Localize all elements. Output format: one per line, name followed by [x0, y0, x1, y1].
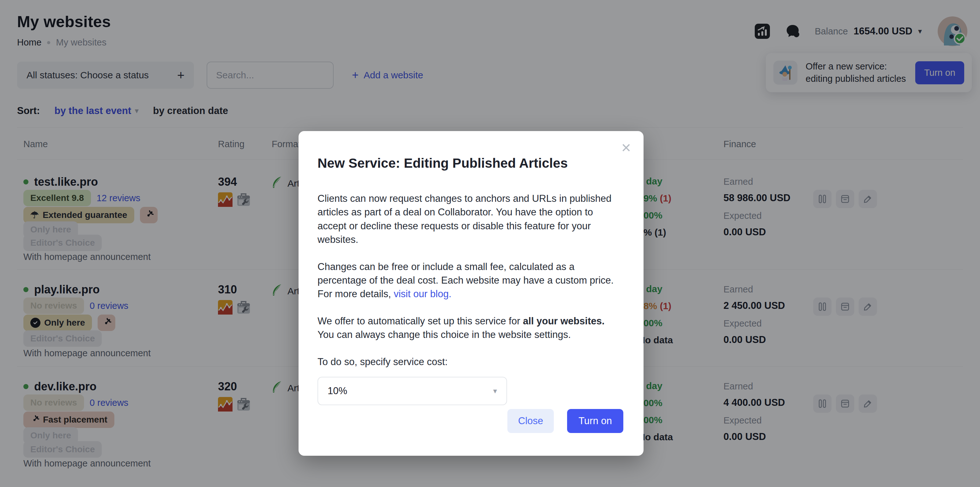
service-cost-select[interactable]: 10% ▾	[318, 377, 507, 405]
modal-paragraph-1: Clients can now request changes to ancho…	[318, 192, 620, 247]
chevron-down-icon: ▾	[493, 385, 497, 397]
new-service-modal: × New Service: Editing Published Article…	[299, 131, 644, 456]
modal-body: Clients can now request changes to ancho…	[318, 192, 620, 405]
select-value: 10%	[328, 384, 347, 398]
cost-label: To do so, specify service cost:	[318, 355, 620, 368]
modal-paragraph-3: We offer to automatically set up this se…	[318, 314, 620, 342]
modal-paragraph-3-a: We offer to automatically set up this se…	[318, 316, 523, 327]
modal-turn-on-button[interactable]: Turn on	[567, 409, 623, 433]
modal-close-button[interactable]: Close	[508, 409, 554, 433]
modal-paragraph-3-bold: all your websites.	[523, 316, 605, 327]
modal-paragraph-2: Changes can be free or include a small f…	[318, 260, 620, 301]
modal-title: New Service: Editing Published Articles	[318, 156, 625, 171]
modal-paragraph-2-text: Changes can be free or include a small f…	[318, 261, 614, 300]
modal-paragraph-3-b: You can always change this choice in the…	[318, 329, 571, 340]
modal-actions: Close Turn on	[508, 409, 623, 433]
close-icon[interactable]: ×	[621, 139, 631, 156]
blog-link[interactable]: visit our blog.	[394, 288, 452, 300]
